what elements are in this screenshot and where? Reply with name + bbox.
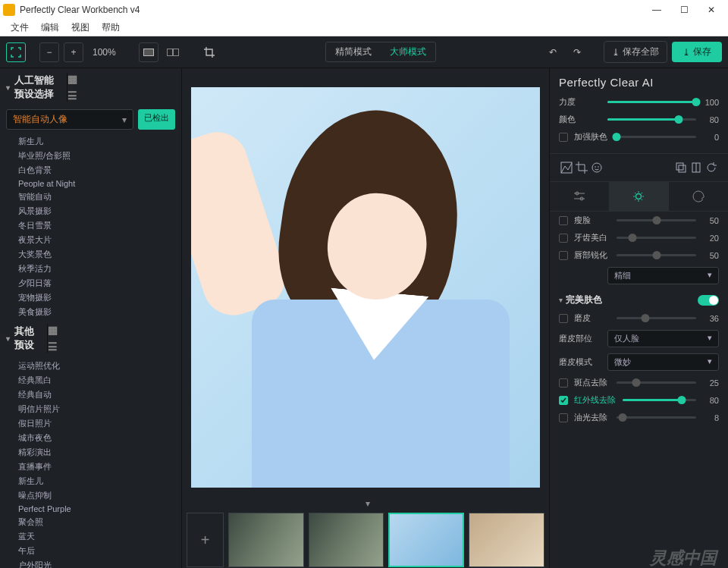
list-view-icon[interactable]: ☰: [67, 89, 175, 102]
adjustments-scroll[interactable]: 瘦脸 50 牙齿美白 20 唇部锐化 50 精细 ▾: [550, 212, 728, 568]
shine-checkbox[interactable]: [559, 413, 568, 422]
teeth-checkbox[interactable]: [559, 234, 568, 243]
preset-item[interactable]: Perfect Purple: [0, 503, 181, 515]
menu-file[interactable]: 文件: [5, 20, 35, 36]
preset-item[interactable]: 大奖景色: [0, 247, 181, 262]
preset-item[interactable]: 风景摄影: [0, 204, 181, 218]
slider-color[interactable]: 颜色 80: [550, 111, 728, 128]
preset-item[interactable]: 冬日雪景: [0, 218, 181, 233]
slider-teeth-whiten[interactable]: 牙齿美白 20: [550, 229, 728, 246]
preset-item[interactable]: 户外阳光: [0, 558, 181, 568]
slider-skin-boost[interactable]: 加强肤色 0: [550, 128, 728, 146]
view-split-button[interactable]: [163, 42, 183, 62]
tab-palette[interactable]: [669, 182, 728, 211]
save-all-button[interactable]: ⤓ 保存全部: [604, 41, 667, 63]
mode-master[interactable]: 大师模式: [381, 42, 435, 61]
menu-edit[interactable]: 编辑: [35, 20, 65, 36]
svg-rect-0: [143, 49, 153, 55]
window-title: Perfectly Clear Workbench v4: [20, 5, 643, 15]
histogram-icon[interactable]: [559, 160, 574, 175]
face-icon[interactable]: [589, 160, 604, 175]
grid-view-icon[interactable]: ▦: [48, 324, 175, 336]
thumbnail-4[interactable]: [469, 513, 544, 567]
color-label: 颜色: [559, 114, 601, 125]
perfect-skin-toggle[interactable]: [698, 295, 719, 306]
smooth-area-dropdown[interactable]: 仅人脸 ▾: [607, 330, 719, 347]
preset-item[interactable]: 直播事件: [0, 460, 181, 474]
fit-screen-button[interactable]: [6, 42, 26, 62]
detect-button[interactable]: 已检出: [138, 109, 175, 130]
copy-icon[interactable]: [673, 160, 689, 175]
reset-icon[interactable]: [704, 160, 719, 175]
grid-view-icon[interactable]: ▦: [67, 73, 175, 85]
preset-item[interactable]: 假日照片: [0, 416, 181, 431]
menu-view[interactable]: 视图: [65, 20, 96, 36]
paste-icon[interactable]: [689, 160, 704, 175]
zoom-level: 100%: [88, 42, 121, 62]
ir-checkbox[interactable]: [559, 396, 568, 405]
thumbnail-1[interactable]: [228, 513, 304, 567]
list-view-icon[interactable]: ☰: [48, 340, 175, 353]
slider-lip-sharpen[interactable]: 唇部锐化 50: [550, 246, 728, 264]
smooth-mode-dropdown[interactable]: 微妙 ▾: [607, 353, 719, 371]
redo-button[interactable]: ↷: [567, 42, 587, 62]
chevron-down-icon[interactable]: ▾: [366, 498, 370, 509]
preset-item[interactable]: 精彩演出: [0, 445, 181, 460]
zoom-out-button[interactable]: −: [39, 42, 59, 62]
preset-item[interactable]: 美食摄影: [0, 305, 181, 319]
menu-help[interactable]: 帮助: [96, 20, 126, 36]
image-canvas[interactable]: [191, 87, 540, 488]
spot-checkbox[interactable]: [559, 378, 568, 388]
preset-item[interactable]: 夕阳日落: [0, 276, 181, 290]
preset-item[interactable]: 明信片照片: [0, 402, 181, 416]
detail-dropdown[interactable]: 精细 ▾: [607, 267, 719, 284]
mode-simple[interactable]: 精简模式: [326, 42, 381, 61]
preset-item[interactable]: 智能自动: [0, 190, 181, 204]
view-single-button[interactable]: [139, 42, 158, 62]
add-image-button[interactable]: +: [187, 513, 224, 567]
preset-item[interactable]: 经典自动: [0, 388, 181, 402]
preset-dropdown[interactable]: 智能自动人像 ▾: [6, 109, 133, 130]
tab-face[interactable]: [609, 182, 668, 211]
thumbnail-3-selected[interactable]: [388, 513, 464, 567]
slider-smooth[interactable]: 磨皮 36: [550, 309, 728, 327]
window-maximize-button[interactable]: ☐: [670, 0, 698, 20]
slider-strength[interactable]: 力度 100: [550, 93, 728, 111]
smooth-checkbox[interactable]: [559, 314, 568, 323]
mode-switch: 精简模式 大师模式: [325, 42, 436, 62]
undo-button[interactable]: ↶: [543, 42, 563, 62]
preset-item[interactable]: People at Night: [0, 177, 181, 190]
slider-spot-removal[interactable]: 斑点去除 25: [550, 374, 728, 391]
skin-boost-checkbox[interactable]: [559, 133, 568, 142]
preset-item[interactable]: 运动照优化: [0, 359, 181, 373]
tab-sliders[interactable]: [550, 182, 609, 211]
save-button[interactable]: ⤓ 保存: [672, 42, 722, 62]
preset-item[interactable]: 聚会照: [0, 515, 181, 529]
window-minimize-button[interactable]: —: [643, 0, 670, 20]
perfect-skin-header[interactable]: ▾ 完美肤色: [550, 287, 728, 309]
preset-item[interactable]: 新生儿: [0, 474, 181, 488]
crop-tool-button[interactable]: [199, 42, 219, 62]
window-close-button[interactable]: ✕: [698, 0, 725, 20]
thumbnail-2[interactable]: [309, 513, 384, 567]
zoom-in-button[interactable]: +: [64, 42, 83, 62]
preset-item[interactable]: 城市夜色: [0, 431, 181, 445]
slider-shine-removal[interactable]: 油光去除 8: [550, 409, 728, 426]
preset-item[interactable]: 午后: [0, 544, 181, 558]
preset-item[interactable]: 新生儿: [0, 134, 181, 149]
preset-item[interactable]: 白色背景: [0, 163, 181, 177]
ai-presets-header[interactable]: ▾ 人工智能预设选择 ▦ ☰: [0, 68, 181, 106]
slider-ir-removal[interactable]: 红外线去除 80: [550, 391, 728, 409]
slim-face-checkbox[interactable]: [559, 216, 568, 225]
preset-item[interactable]: 毕业照/合影照: [0, 149, 181, 163]
preset-item[interactable]: 秋季活力: [0, 262, 181, 276]
slider-slim-face[interactable]: 瘦脸 50: [550, 212, 728, 229]
lips-checkbox[interactable]: [559, 251, 568, 260]
preset-item[interactable]: 夜景大片: [0, 233, 181, 247]
preset-item[interactable]: 噪点抑制: [0, 488, 181, 503]
preset-item[interactable]: 宠物摄影: [0, 290, 181, 305]
other-presets-header[interactable]: ▾ 其他预设 ▦ ☰: [0, 319, 181, 357]
preset-item[interactable]: 蓝天: [0, 529, 181, 544]
crop-icon[interactable]: [574, 160, 589, 175]
preset-item[interactable]: 经典黑白: [0, 373, 181, 388]
